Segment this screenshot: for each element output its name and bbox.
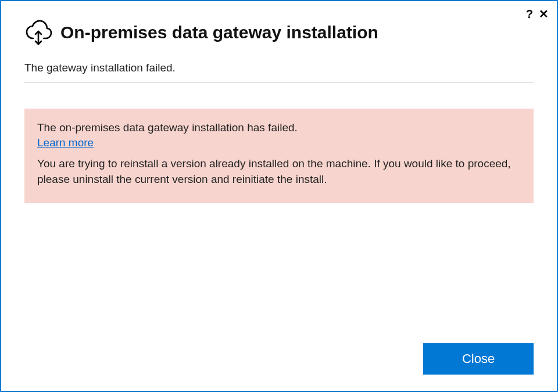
cloud-gateway-icon [24,19,52,46]
error-alert-title: The on-premises data gateway installatio… [37,121,521,134]
learn-more-link[interactable]: Learn more [37,136,94,149]
help-icon[interactable]: ? [526,8,533,20]
dialog-footer: Close [1,343,557,391]
close-icon[interactable]: ✕ [539,8,549,20]
gateway-install-dialog: ? ✕ On-premises data gateway installatio… [0,0,558,392]
dialog-header: On-premises data gateway installation [1,1,557,53]
titlebar-controls: ? ✕ [526,8,549,20]
error-alert-body: You are trying to reinstall a version al… [37,156,521,187]
app-title: On-premises data gateway installation [60,23,378,42]
close-button[interactable]: Close [423,343,534,375]
status-message: The gateway installation failed. [24,62,534,83]
error-alert: The on-premises data gateway installatio… [24,109,534,203]
